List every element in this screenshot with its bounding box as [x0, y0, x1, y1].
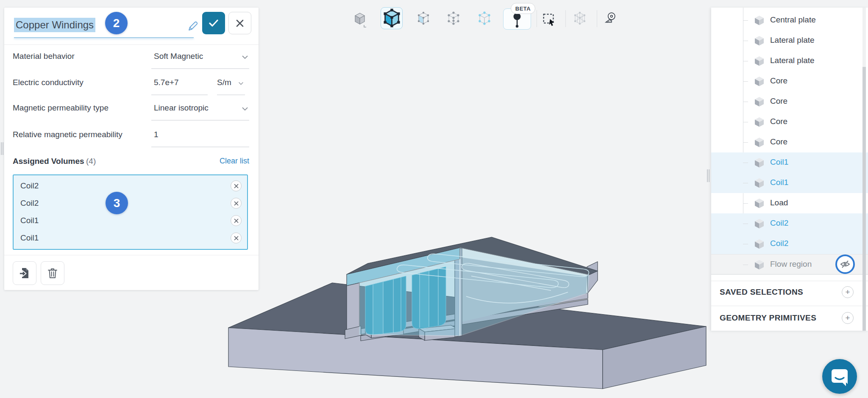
unit-underline	[217, 94, 245, 95]
scene-tree-row[interactable]: Central plate	[711, 10, 868, 30]
scene-tree-row[interactable]: Load	[711, 193, 868, 213]
rename-button[interactable]	[186, 19, 199, 32]
solid-body-icon	[754, 157, 765, 168]
chevron-down-icon[interactable]	[242, 107, 248, 111]
scene-tree-row[interactable]: Flow region	[711, 254, 868, 274]
tree-tick	[743, 81, 748, 82]
tree-item-label: Flow region	[770, 260, 812, 269]
solid-body-icon	[754, 259, 765, 270]
scrollbar-thumb[interactable]	[862, 67, 866, 331]
visibility-toggle-button[interactable]	[835, 254, 855, 274]
tree-tick	[743, 41, 748, 41]
divider	[4, 44, 259, 45]
section-divider	[711, 306, 868, 306]
select-vertices-tool[interactable]	[446, 11, 461, 28]
close-icon	[234, 201, 239, 206]
remove-volume-button[interactable]	[231, 198, 242, 209]
relative-permeability-input[interactable]: 1	[154, 130, 159, 139]
import-assignment-button[interactable]	[13, 261, 36, 285]
eye-hidden-icon	[840, 259, 851, 270]
solid-body-icon	[754, 218, 765, 229]
cube-vertices-icon	[446, 11, 461, 25]
scene-tree-row[interactable]: Core	[711, 71, 868, 91]
mesh-cube-icon	[573, 11, 587, 25]
tree-tick	[743, 122, 748, 122]
scene-tree-row[interactable]: Coil1	[711, 152, 868, 173]
solid-body-icon	[754, 96, 765, 107]
material-name-input[interactable]: Copper Windings	[14, 18, 95, 32]
add-geometry-primitive-button[interactable]: +	[842, 312, 854, 324]
confirm-button[interactable]	[202, 12, 225, 34]
right-panel-drag-handle[interactable]	[707, 169, 710, 182]
tree-item-label: Core	[770, 97, 787, 106]
tree-item-label: Coil2	[770, 218, 788, 228]
annotation-badge-3: 3	[106, 192, 128, 214]
cancel-button[interactable]	[228, 12, 251, 34]
solid-body-icon	[754, 35, 765, 46]
tree-item-label: Coil1	[770, 158, 788, 167]
scene-tree-row[interactable]: Coil1	[711, 173, 868, 193]
select-geometry-tool[interactable]	[353, 11, 367, 28]
tree-item-label: Core	[770, 76, 787, 86]
delete-button[interactable]	[41, 261, 64, 285]
scene-tree-row[interactable]: Coil2	[711, 213, 868, 234]
tree-item-label: Core	[770, 137, 787, 146]
select-edges-tool[interactable]	[477, 11, 492, 28]
volume-name: Coil1	[20, 233, 39, 243]
box-select-tool[interactable]	[542, 11, 556, 28]
close-icon	[234, 236, 239, 240]
scene-tree-row[interactable]: Core	[711, 112, 868, 132]
solid-body-icon	[754, 198, 765, 209]
scene-tree-row[interactable]: Core	[711, 132, 868, 152]
import-file-icon	[18, 267, 31, 279]
solid-body-icon	[754, 55, 765, 66]
tree-tick	[743, 61, 748, 61]
permeability-type-select[interactable]: Linear isotropic	[154, 103, 209, 113]
field-label: Relative magnetic permeability	[13, 130, 122, 139]
support-chat-button[interactable]	[822, 359, 857, 394]
tree-tick	[743, 183, 748, 183]
close-icon	[234, 184, 239, 188]
scene-tree-row[interactable]: Coil2	[711, 234, 868, 254]
section-divider	[711, 274, 868, 275]
chevron-down-icon[interactable]	[242, 55, 248, 59]
scene-tree-row[interactable]: Lateral plate	[711, 30, 868, 51]
cube-volume-icon	[381, 8, 402, 28]
assigned-volumes-list: Coil2 Coil2 Coil1	[13, 174, 248, 250]
scene-tree-panel: Central plate Lateral plate	[711, 8, 868, 331]
clear-list-link[interactable]: Clear list	[220, 157, 249, 166]
add-saved-selection-button[interactable]: +	[842, 286, 854, 298]
select-faces-tool[interactable]	[416, 11, 431, 28]
cube-solid-icon	[353, 11, 367, 28]
beta-badge: BETA	[511, 3, 535, 14]
field-label: Electric conductivity	[13, 78, 83, 87]
field-magnetic-permeability-type: Magnetic permeability type Linear isotro…	[4, 103, 259, 116]
remove-volume-button[interactable]	[231, 215, 242, 226]
scene-tree-row[interactable]: Core	[711, 91, 868, 112]
field-underline	[151, 68, 249, 69]
remove-volume-button[interactable]	[231, 180, 242, 191]
pencil-icon	[187, 20, 199, 32]
input-focus-underline	[14, 37, 194, 38]
chevron-down-icon[interactable]	[238, 81, 244, 86]
material-behavior-select[interactable]: Soft Magnetic	[154, 52, 203, 61]
solid-body-icon	[754, 238, 765, 249]
app-window: BETA	[0, 0, 868, 398]
check-icon	[207, 17, 220, 29]
scene-tree-row[interactable]: Lateral plate	[711, 51, 868, 71]
tree-tick	[743, 20, 748, 21]
field-label: Material behavior	[13, 52, 75, 61]
electric-conductivity-input[interactable]: 5.7e+7	[154, 78, 179, 87]
field-underline	[151, 146, 249, 147]
left-edge-drag-handle[interactable]	[1, 142, 4, 155]
geometry-primitives-header[interactable]: GEOMETRY PRIMITIVES	[720, 313, 816, 323]
select-volumes-tool-active[interactable]	[381, 7, 403, 29]
tree-tick	[743, 265, 748, 265]
section-divider	[711, 281, 868, 281]
unit-select[interactable]: S/m	[217, 78, 231, 87]
assigned-volume-row: Coil1	[14, 229, 247, 247]
tree-item-label: Load	[770, 198, 788, 207]
saved-selections-header[interactable]: SAVED SELECTIONS	[720, 287, 803, 297]
measure-tool[interactable]	[603, 11, 618, 28]
remove-volume-button[interactable]	[231, 232, 242, 243]
